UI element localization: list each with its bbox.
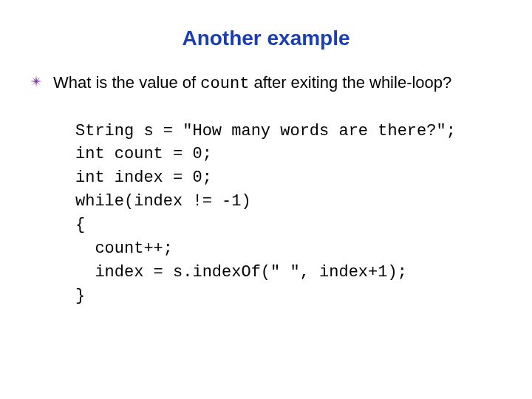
code-line: String s = "How many words are there?"; bbox=[75, 122, 456, 140]
code-line: index = s.indexOf(" ", index+1); bbox=[75, 263, 407, 282]
slide: Another example What is the value of cou… bbox=[0, 0, 532, 399]
body-text: What is the value of count after exiting… bbox=[53, 72, 451, 95]
slide-title: Another example bbox=[30, 27, 502, 50]
code-line: while(index != -1) bbox=[75, 192, 251, 211]
code-line: } bbox=[75, 287, 85, 305]
code-block: String s = "How many words are there?"; … bbox=[75, 120, 502, 308]
code-line: int count = 0; bbox=[75, 145, 212, 163]
body-code-term: count bbox=[200, 75, 249, 93]
code-line: int index = 0; bbox=[75, 168, 212, 187]
body-row: What is the value of count after exiting… bbox=[30, 72, 502, 95]
code-line: { bbox=[75, 216, 85, 234]
bullet-star-icon bbox=[30, 75, 43, 88]
body-suffix: after exiting the while-loop? bbox=[249, 73, 451, 92]
body-prefix: What is the value of bbox=[53, 73, 200, 92]
code-line: count++; bbox=[75, 239, 173, 258]
